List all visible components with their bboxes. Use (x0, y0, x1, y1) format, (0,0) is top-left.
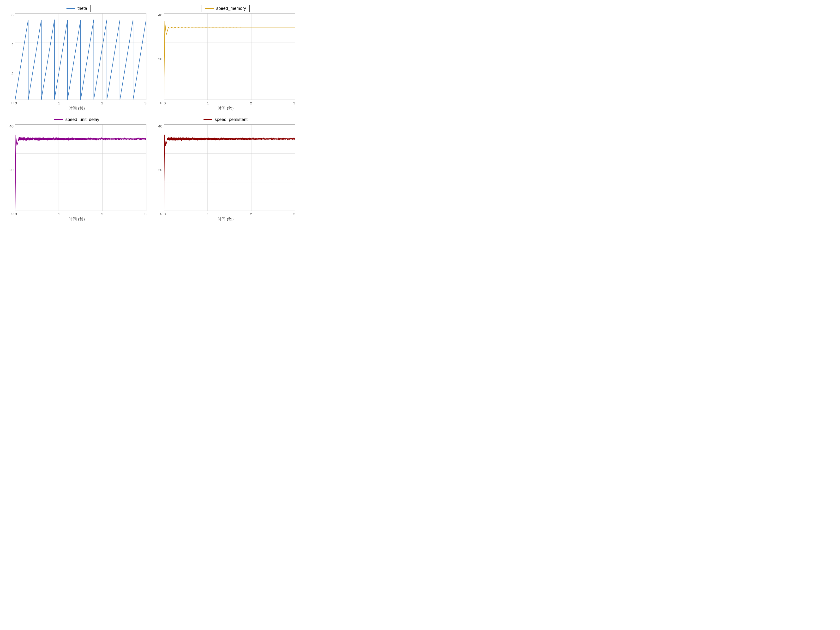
legend-label-theta: theta (77, 6, 87, 11)
y-tick-label: 20 (9, 168, 13, 172)
x-tick-label: 2 (101, 212, 103, 216)
legend-line-speed_memory (205, 8, 214, 9)
x-tick-label: 3 (144, 101, 147, 105)
x-axis-theta: 0123 (15, 100, 147, 105)
x-tick-label: 1 (207, 212, 209, 216)
legend-speed_unit_delay: speed_unit_delay (51, 116, 103, 123)
y-tick-label: 0 (9, 212, 13, 216)
y-axis-theta: 0246 (7, 13, 15, 105)
x-axis-title-speed_memory: 时间 (秒) (218, 106, 234, 111)
legend-label-speed_persistent: speed_persistent (215, 117, 248, 122)
x-axis-speed_persistent: 0123 (164, 211, 295, 216)
plot-area-speed_persistent (164, 124, 295, 211)
x-axis-title-theta: 时间 (秒) (69, 106, 85, 111)
x-tick-label: 2 (101, 101, 103, 105)
x-axis-title-speed_unit_delay: 时间 (秒) (69, 216, 85, 222)
legend-label-speed_unit_delay: speed_unit_delay (65, 117, 99, 122)
y-tick-label: 2 (11, 72, 13, 75)
chart-speed-memory: speed_memory020400123时间 (秒) (151, 2, 300, 114)
x-axis-speed_unit_delay: 0123 (15, 211, 147, 216)
chart-theta: theta02460123时间 (秒) (2, 2, 151, 114)
legend-theta: theta (63, 5, 91, 12)
x-axis-title-speed_persistent: 时间 (秒) (218, 216, 234, 222)
y-axis-speed_unit_delay: 02040 (7, 124, 15, 216)
x-tick-label: 1 (207, 101, 209, 105)
x-axis-speed_memory: 0123 (164, 100, 295, 105)
y-tick-label: 0 (158, 212, 162, 216)
y-tick-label: 40 (9, 124, 13, 128)
x-tick-label: 0 (15, 101, 17, 105)
x-tick-label: 1 (58, 101, 60, 105)
y-tick-label: 40 (158, 124, 162, 128)
legend-line-speed_persistent (204, 119, 212, 120)
chart-speed-unit-delay: speed_unit_delay020400123时间 (秒) (2, 114, 151, 225)
plot-area-speed_unit_delay (15, 124, 147, 211)
legend-label-speed_memory: speed_memory (216, 6, 246, 11)
y-tick-label: 4 (11, 43, 13, 46)
y-axis-speed_persistent: 02040 (156, 124, 164, 216)
x-tick-label: 0 (15, 212, 17, 216)
legend-speed_memory: speed_memory (202, 5, 249, 12)
x-tick-label: 0 (164, 101, 166, 105)
chart-speed-persistent: speed_persistent020400123时间 (秒) (151, 114, 300, 225)
y-tick-label: 0 (158, 101, 162, 105)
plot-area-theta (15, 13, 147, 100)
y-axis-speed_memory: 02040 (156, 13, 164, 105)
y-tick-label: 0 (11, 101, 13, 105)
x-tick-label: 3 (293, 212, 295, 216)
y-tick-label: 40 (158, 13, 162, 17)
legend-line-speed_unit_delay (54, 119, 63, 120)
y-tick-label: 6 (11, 13, 13, 17)
plot-area-speed_memory (164, 13, 295, 100)
x-tick-label: 2 (250, 212, 252, 216)
x-tick-label: 2 (250, 101, 252, 105)
legend-speed_persistent: speed_persistent (200, 116, 251, 123)
y-tick-label: 20 (158, 57, 162, 61)
legend-line-theta (66, 8, 75, 9)
x-tick-label: 3 (144, 212, 147, 216)
x-tick-label: 3 (293, 101, 295, 105)
y-tick-label: 20 (158, 168, 162, 172)
x-tick-label: 1 (58, 212, 60, 216)
x-tick-label: 0 (164, 212, 166, 216)
